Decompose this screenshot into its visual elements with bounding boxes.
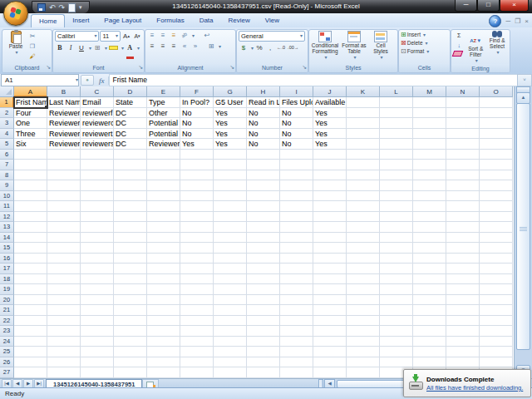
cell-O9[interactable] [480, 180, 513, 191]
cell-J5[interactable]: Yes [313, 139, 347, 150]
cell-D9[interactable] [114, 180, 147, 191]
align-right-icon[interactable]: ≡ [169, 42, 179, 51]
cell-K27[interactable] [347, 367, 380, 378]
tab-view[interactable]: View [258, 14, 287, 27]
cell-I18[interactable] [280, 274, 313, 285]
row-header-15[interactable]: 15 [0, 243, 14, 254]
format-as-table-button[interactable]: Format as Table▾ [341, 31, 367, 62]
cell-H23[interactable] [247, 326, 280, 337]
cell-O17[interactable] [480, 264, 513, 274]
cell-M18[interactable] [413, 274, 446, 285]
column-header-B[interactable]: B [47, 86, 81, 97]
number-format-select[interactable]: General▾ [239, 31, 305, 42]
cell-L26[interactable] [380, 357, 413, 368]
cell-K24[interactable] [347, 337, 380, 347]
cell-I9[interactable] [280, 180, 313, 191]
align-middle-icon[interactable]: ≡ [158, 31, 168, 40]
cell-O15[interactable] [480, 243, 513, 254]
cell-E8[interactable] [147, 170, 180, 181]
row-header-6[interactable]: 6 [0, 150, 14, 160]
cell-G10[interactable] [214, 191, 247, 202]
cell-M1[interactable] [413, 97, 446, 108]
cell-I17[interactable] [280, 264, 313, 274]
cell-E20[interactable] [147, 295, 180, 306]
cell-L19[interactable] [380, 284, 413, 295]
autosum-icon[interactable]: Σ [453, 31, 465, 40]
cell-K18[interactable] [347, 274, 380, 285]
orientation-dropdown-icon[interactable]: ▾ [192, 32, 195, 38]
save-icon[interactable] [37, 3, 46, 12]
cell-J25[interactable] [313, 347, 347, 357]
cell-K2[interactable] [347, 108, 380, 119]
cell-D2[interactable]: DC [114, 108, 147, 119]
cell-I27[interactable] [280, 367, 313, 378]
cell-K23[interactable] [347, 326, 380, 337]
cell-I16[interactable] [280, 254, 313, 264]
cell-D18[interactable] [114, 274, 147, 285]
cell-H26[interactable] [247, 357, 280, 368]
cell-N17[interactable] [446, 264, 480, 274]
cell-M26[interactable] [413, 357, 446, 368]
cell-K25[interactable] [347, 347, 380, 357]
workbook-minimize-icon[interactable]: ─ [505, 17, 510, 27]
row-header-11[interactable]: 11 [0, 201, 14, 212]
tab-insert[interactable]: Insert [65, 14, 96, 27]
cell-F12[interactable] [180, 212, 214, 223]
cell-A18[interactable] [14, 274, 47, 285]
cell-M7[interactable] [413, 160, 446, 170]
cell-I12[interactable] [280, 212, 313, 223]
vertical-scroll-thumb[interactable] [516, 103, 530, 350]
cell-M19[interactable] [413, 284, 446, 295]
cell-J7[interactable] [313, 160, 347, 170]
font-dialog-launcher-icon[interactable]: ↘ [138, 64, 143, 71]
cell-O6[interactable] [480, 150, 513, 160]
cell-K10[interactable] [347, 191, 380, 202]
cell-L23[interactable] [380, 326, 413, 337]
cell-D11[interactable] [114, 201, 147, 212]
cell-G6[interactable] [214, 150, 247, 160]
cell-D5[interactable]: DC [114, 139, 147, 150]
cell-C1[interactable]: Email [81, 97, 114, 108]
cell-A26[interactable] [14, 357, 47, 368]
cell-B11[interactable] [47, 201, 81, 212]
font-family-select[interactable]: Calibri▾ [55, 31, 99, 42]
cell-C8[interactable] [81, 170, 114, 181]
cell-L13[interactable] [380, 222, 413, 233]
cell-G15[interactable] [214, 243, 247, 254]
cell-E9[interactable] [147, 180, 180, 191]
row-header-4[interactable]: 4 [0, 129, 14, 140]
align-top-icon[interactable]: ≡ [147, 31, 157, 40]
cell-K16[interactable] [347, 254, 380, 264]
cell-A25[interactable] [14, 347, 47, 357]
cell-A2[interactable]: Four [14, 108, 47, 119]
cell-E6[interactable] [147, 150, 180, 160]
cell-C24[interactable] [81, 337, 114, 347]
cell-H17[interactable] [247, 264, 280, 274]
cell-D24[interactable] [114, 337, 147, 347]
cell-O25[interactable] [480, 347, 513, 357]
cell-F16[interactable] [180, 254, 214, 264]
cell-O8[interactable] [480, 170, 513, 181]
cell-L25[interactable] [380, 347, 413, 357]
cell-K15[interactable] [347, 243, 380, 254]
scroll-up-icon[interactable]: ▲ [516, 92, 530, 104]
cell-F8[interactable] [180, 170, 214, 181]
cell-G19[interactable] [214, 284, 247, 295]
cell-I21[interactable] [280, 305, 313, 316]
cell-O7[interactable] [480, 160, 513, 170]
maximize-button[interactable]: □ [477, 0, 500, 12]
cell-A21[interactable] [14, 305, 47, 316]
cell-H4[interactable]: No [247, 129, 280, 140]
cell-B22[interactable] [47, 316, 81, 327]
cell-O22[interactable] [480, 316, 513, 327]
cell-O26[interactable] [480, 357, 513, 368]
cell-O5[interactable] [480, 139, 513, 150]
cell-G7[interactable] [214, 160, 247, 170]
cell-O1[interactable] [480, 97, 513, 108]
cell-B9[interactable] [47, 180, 81, 191]
cell-O3[interactable] [480, 118, 513, 129]
fill-color-dropdown-icon[interactable]: ▾ [121, 45, 124, 51]
cell-M9[interactable] [413, 180, 446, 191]
cell-H5[interactable]: No [247, 139, 280, 150]
cell-C6[interactable] [81, 150, 114, 160]
